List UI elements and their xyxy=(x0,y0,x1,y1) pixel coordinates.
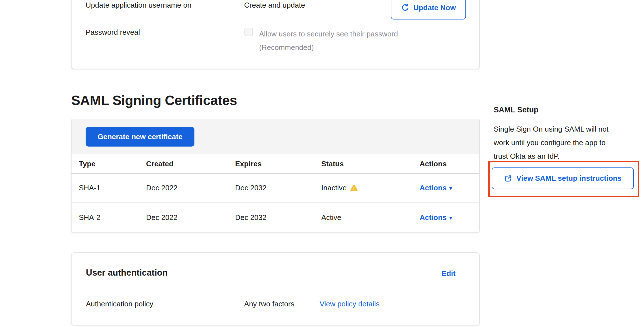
cell-expires: Dec 2032 xyxy=(228,184,314,192)
edit-link[interactable]: Edit xyxy=(442,269,456,278)
external-link-icon xyxy=(504,175,512,182)
actions-menu-link[interactable]: Actions ▾ xyxy=(420,184,452,192)
warning-icon xyxy=(350,184,358,191)
cell-created: Dec 2022 xyxy=(139,213,228,222)
saml-setup-description: Single Sign On using SAML will not work … xyxy=(494,122,629,163)
cert-table-row-sha2: SHA-2 Dec 2022 Dec 2032 Active Actions ▾ xyxy=(71,202,479,232)
cell-status: Active xyxy=(314,213,412,222)
header-type: Type xyxy=(71,160,139,168)
saml-setup-heading: SAML Setup xyxy=(494,105,539,115)
okta-admin-page: Update application username on Create an… xyxy=(0,0,644,327)
password-reveal-label: Password reveal xyxy=(86,27,140,37)
cert-table-header: Type Created Expires Status Actions xyxy=(71,154,479,174)
header-status: Status xyxy=(314,160,412,168)
password-reveal-checkbox[interactable] xyxy=(244,28,253,36)
chevron-down-icon: ▾ xyxy=(449,186,452,191)
cell-expires: Dec 2032 xyxy=(228,213,314,222)
refresh-icon xyxy=(401,3,409,12)
cell-actions: Actions ▾ xyxy=(412,213,480,222)
update-now-label: Update Now xyxy=(413,3,456,12)
cell-type: SHA-1 xyxy=(71,184,139,192)
view-saml-instructions-button[interactable]: View SAML setup instructions xyxy=(492,167,634,189)
cert-table-row-sha1: SHA-1 Dec 2022 Dec 2032 Inactive Actions… xyxy=(71,174,479,202)
username-update-value: Create and update xyxy=(244,0,305,10)
sign-on-settings-panel: Update application username on Create an… xyxy=(71,0,480,69)
cell-status: Inactive xyxy=(314,184,412,192)
chevron-down-icon: ▾ xyxy=(449,215,452,221)
certificates-panel: Generate new certificate Type Created Ex… xyxy=(71,119,480,232)
user-authentication-heading: User authentication xyxy=(86,267,168,278)
status-text: Active xyxy=(321,213,341,222)
cell-actions: Actions ▾ xyxy=(412,184,480,192)
status-text: Inactive xyxy=(321,184,347,192)
actions-menu-link[interactable]: Actions ▾ xyxy=(420,213,452,222)
actions-label: Actions xyxy=(420,184,446,192)
header-expires: Expires xyxy=(228,160,314,168)
cell-type: SHA-2 xyxy=(71,213,139,222)
header-created: Created xyxy=(139,160,228,168)
description-line: work until you configure the app to xyxy=(494,136,629,149)
certificates-toolbar: Generate new certificate xyxy=(71,119,479,154)
actions-label: Actions xyxy=(420,213,446,222)
view-saml-instructions-label: View SAML setup instructions xyxy=(517,174,622,183)
cell-created: Dec 2022 xyxy=(139,184,228,192)
header-actions: Actions xyxy=(412,160,480,168)
update-now-button[interactable]: Update Now xyxy=(391,0,466,19)
username-update-label: Update application username on xyxy=(86,0,191,10)
generate-certificate-button[interactable]: Generate new certificate xyxy=(86,127,194,147)
auth-policy-label: Authentication policy xyxy=(86,299,153,309)
auth-policy-value: Any two factors xyxy=(244,299,294,309)
password-reveal-description: Allow users to securely see their passwo… xyxy=(259,27,423,54)
view-policy-details-link[interactable]: View policy details xyxy=(320,299,380,309)
user-authentication-panel: User authentication Edit Authentication … xyxy=(71,252,480,325)
page-title: SAML Signing Certificates xyxy=(71,92,237,109)
description-line: Single Sign On using SAML will not xyxy=(494,122,629,136)
description-line: trust Okta as an IdP. xyxy=(494,149,629,163)
